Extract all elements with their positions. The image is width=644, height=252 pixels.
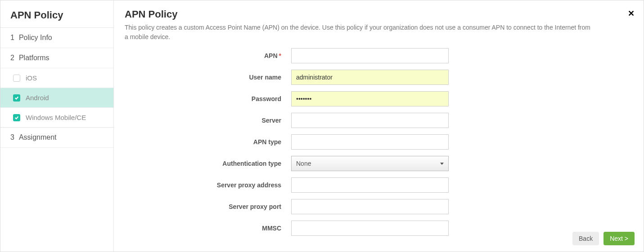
row-proxyport: Server proxy port [125,199,494,214]
row-authtype: Authentication type None [125,156,494,171]
row-mmsc: MMSC [125,221,494,236]
label-mmsc: MMSC [125,225,291,232]
row-apntype: APN type [125,134,494,150]
nav-label-assignment: Assignment [19,133,57,141]
nav-platforms[interactable]: 2Platforms [0,48,113,68]
row-proxyaddr: Server proxy address [125,177,494,193]
page-title: APN Policy [125,9,633,20]
label-proxyport: Server proxy port [125,203,291,210]
modal-container: APN Policy 1Policy Info 2Platforms iOS A… [0,0,644,252]
row-username: User name [125,70,494,85]
label-server: Server [125,117,291,124]
mmsc-input[interactable] [291,221,449,236]
checkbox-android-checked-icon[interactable] [13,94,20,102]
sidebar-title: APN Policy [0,0,113,28]
username-input[interactable] [291,70,449,85]
label-proxyaddr: Server proxy address [125,181,291,189]
nav-policy-info[interactable]: 1Policy Info [0,28,113,48]
proxyaddr-input[interactable] [291,177,449,193]
label-password: Password [125,95,291,102]
next-button[interactable]: Next > [603,232,635,245]
platform-ios-label: iOS [26,74,37,82]
page-description: This policy creates a custom Access Poin… [125,23,593,42]
close-icon: ✕ [628,9,635,18]
back-button[interactable]: Back [572,232,599,245]
platform-windows-label: Windows Mobile/CE [26,114,86,121]
form-apn-policy: APN* User name Password Server APN type [125,48,494,236]
label-apntype: APN type [125,138,291,146]
apntype-input[interactable] [291,134,449,150]
platform-windows[interactable]: Windows Mobile/CE [0,108,113,128]
footer-actions: Back Next > [572,232,635,245]
authtype-value: None [296,160,311,167]
nav-label-platforms: Platforms [19,54,50,62]
label-apn: APN* [125,52,291,59]
nav-num-1: 1 [10,34,14,41]
label-authtype: Authentication type [125,160,291,167]
caret-down-icon [440,163,444,165]
platform-android[interactable]: Android [0,88,113,108]
authtype-select[interactable]: None [291,156,449,171]
checkbox-ios-unchecked-icon[interactable] [13,75,20,82]
apn-input[interactable] [291,48,449,63]
server-input[interactable] [291,113,449,128]
row-apn: APN* [125,48,494,63]
password-input[interactable] [291,91,449,106]
platform-android-label: Android [26,94,49,102]
checkbox-windows-checked-icon[interactable] [13,114,20,121]
nav-num-3: 3 [10,133,14,141]
sidebar: APN Policy 1Policy Info 2Platforms iOS A… [0,0,114,252]
label-username: User name [125,74,291,81]
proxyport-input[interactable] [291,199,449,214]
row-password: Password [125,91,494,106]
required-asterisk: * [279,52,281,59]
nav-assignment[interactable]: 3Assignment [0,128,113,148]
row-server: Server [125,113,494,128]
nav-num-2: 2 [10,54,14,62]
main-panel: ✕ APN Policy This policy creates a custo… [114,0,644,252]
nav-label-policy-info: Policy Info [19,34,52,41]
close-button[interactable]: ✕ [628,9,635,18]
platform-ios[interactable]: iOS [0,68,113,88]
